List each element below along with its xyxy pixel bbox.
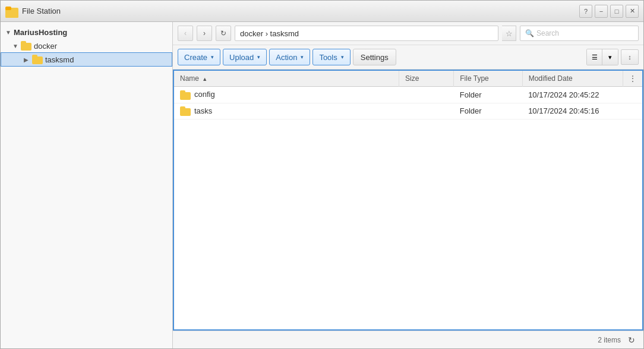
list-view-button[interactable]: ☰ bbox=[587, 49, 602, 65]
settings-button[interactable]: Settings bbox=[353, 49, 396, 65]
table-row[interactable]: tasks Folder 10/17/2024 20:45:16 bbox=[174, 103, 642, 120]
cell-type-0: Folder bbox=[454, 87, 522, 103]
create-dropdown-arrow: ▾ bbox=[211, 54, 214, 60]
docker-folder-icon bbox=[21, 41, 31, 51]
upload-button[interactable]: Upload ▾ bbox=[223, 49, 267, 65]
upload-dropdown-arrow: ▾ bbox=[257, 54, 260, 60]
tools-button[interactable]: Tools ▾ bbox=[312, 49, 350, 65]
tools-dropdown-arrow: ▾ bbox=[341, 54, 344, 60]
sort-button[interactable]: ↕ bbox=[621, 49, 639, 65]
table-header-row: Name ▲ Size File Type Modified Date bbox=[174, 71, 642, 87]
col-header-name[interactable]: Name ▲ bbox=[174, 71, 399, 87]
cell-name-1: tasks bbox=[174, 103, 399, 120]
col-header-size[interactable]: Size bbox=[399, 71, 454, 87]
root-toggle: ▼ bbox=[5, 29, 11, 36]
cell-more-1 bbox=[623, 103, 643, 120]
action-toolbar: Create ▾ Upload ▾ Action ▾ Tools ▾ Setti… bbox=[173, 45, 643, 70]
window-controls: ? − □ ✕ bbox=[579, 5, 639, 18]
title-bar: File Station ? − □ ✕ bbox=[1, 1, 643, 22]
forward-button[interactable]: › bbox=[197, 26, 212, 41]
docker-label: docker bbox=[34, 42, 57, 51]
file-list: Name ▲ Size File Type Modified Date bbox=[173, 70, 643, 331]
right-panel: ‹ › ↻ docker › tasksmd ☆ 🔍 Search Create… bbox=[173, 22, 643, 348]
col-header-type[interactable]: File Type bbox=[454, 71, 522, 87]
cell-type-1: Folder bbox=[454, 103, 522, 120]
app-icon bbox=[5, 5, 18, 18]
main-content: ▼ MariusHosting ▼ docker ▶ tasksmd ‹ › ↻ bbox=[1, 22, 643, 348]
path-bar[interactable]: docker › tasksmd bbox=[235, 26, 498, 41]
sidebar-item-docker[interactable]: ▼ docker bbox=[1, 39, 172, 52]
status-refresh-button[interactable]: ↻ bbox=[626, 334, 637, 346]
bookmark-button[interactable]: ☆ bbox=[502, 26, 516, 41]
refresh-button[interactable]: ↻ bbox=[216, 26, 231, 41]
folder-icon-0 bbox=[180, 90, 191, 100]
view-buttons: ☰ ▾ bbox=[586, 49, 618, 65]
svg-rect-2 bbox=[5, 7, 11, 10]
col-header-more[interactable]: ⋮ bbox=[623, 71, 643, 87]
tasksmd-toggle: ▶ bbox=[24, 56, 30, 63]
maximize-button[interactable]: □ bbox=[610, 5, 623, 18]
close-button[interactable]: ✕ bbox=[626, 5, 639, 18]
path-text: docker › tasksmd bbox=[240, 29, 299, 38]
table-row[interactable]: config Folder 10/17/2024 20:45:22 bbox=[174, 87, 642, 103]
svg-rect-1 bbox=[5, 10, 18, 18]
tasksmd-label: tasksmd bbox=[45, 55, 74, 64]
cell-size-1 bbox=[399, 103, 454, 120]
search-box[interactable]: 🔍 Search bbox=[520, 26, 639, 41]
back-button[interactable]: ‹ bbox=[178, 26, 193, 41]
view-options-button[interactable]: ▾ bbox=[602, 49, 618, 65]
status-bar: 2 items ↻ bbox=[173, 331, 643, 348]
folder-icon-1 bbox=[180, 106, 191, 116]
minimize-button[interactable]: − bbox=[595, 5, 608, 18]
help-button[interactable]: ? bbox=[579, 5, 592, 18]
cell-date-1: 10/17/2024 20:45:16 bbox=[522, 103, 623, 120]
action-button[interactable]: Action ▾ bbox=[269, 49, 310, 65]
search-icon: 🔍 bbox=[525, 29, 534, 37]
sort-indicator: ▲ bbox=[202, 76, 207, 82]
cell-name-0: config bbox=[174, 87, 399, 103]
nav-toolbar: ‹ › ↻ docker › tasksmd ☆ 🔍 Search bbox=[173, 22, 643, 45]
docker-toggle: ▼ bbox=[12, 43, 18, 49]
file-table: Name ▲ Size File Type Modified Date bbox=[174, 71, 642, 120]
sidebar-item-tasksmd[interactable]: ▶ tasksmd bbox=[1, 52, 172, 67]
window-title: File Station bbox=[22, 7, 579, 15]
cell-more-0 bbox=[623, 87, 643, 103]
create-button[interactable]: Create ▾ bbox=[178, 49, 220, 65]
cell-size-0 bbox=[399, 87, 454, 103]
app-window: File Station ? − □ ✕ ▼ MariusHosting ▼ d… bbox=[0, 0, 644, 349]
root-label: MariusHosting bbox=[14, 28, 67, 37]
sidebar-root[interactable]: ▼ MariusHosting bbox=[1, 26, 172, 39]
cell-date-0: 10/17/2024 20:45:22 bbox=[522, 87, 623, 103]
col-header-date[interactable]: Modified Date bbox=[522, 71, 623, 87]
sidebar: ▼ MariusHosting ▼ docker ▶ tasksmd bbox=[1, 22, 173, 348]
tasksmd-folder-icon bbox=[32, 55, 43, 64]
item-count: 2 items bbox=[598, 336, 621, 344]
search-placeholder: Search bbox=[536, 29, 559, 37]
action-dropdown-arrow: ▾ bbox=[301, 54, 304, 60]
